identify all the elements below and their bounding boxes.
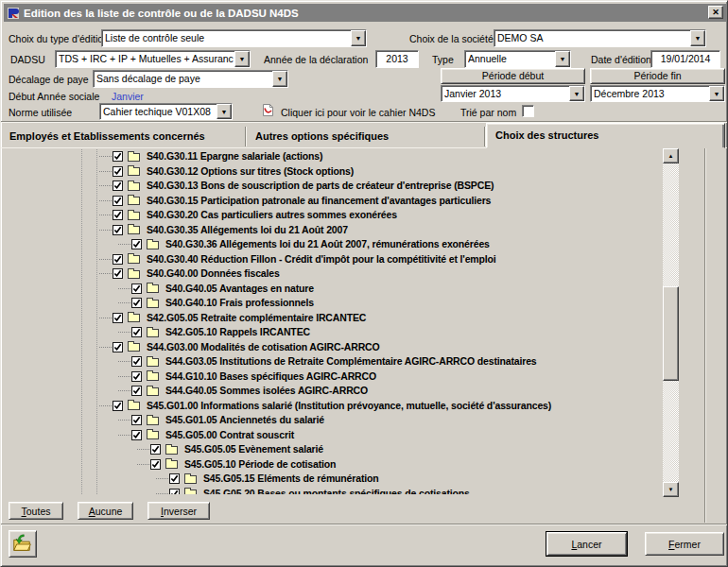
- tree-row-label[interactable]: S44.G10.10 Bases spécifiques AGIRC-ARRCO: [165, 370, 376, 382]
- tree-connector: [118, 435, 130, 436]
- norme-label: Norme utilisée: [9, 107, 72, 118]
- folder-icon: [128, 402, 140, 410]
- tree-checkbox[interactable]: [113, 166, 123, 177]
- folder-icon: [147, 387, 159, 396]
- tree-row-label[interactable]: S40.G40.00 Données fiscales: [147, 267, 280, 279]
- tree-row-label[interactable]: S45.G05.00 Contrat souscrit: [165, 429, 294, 440]
- pdf-icon[interactable]: [262, 103, 274, 117]
- tree-row: S45.G05.15 Eléments de rémunération: [3, 472, 663, 487]
- tree-checkbox[interactable]: [131, 327, 142, 337]
- chevron-down-icon[interactable]: ▼: [709, 86, 724, 101]
- tree-checkbox[interactable]: [169, 473, 180, 484]
- tree-connector: [99, 171, 112, 172]
- tree-row: S40.G40.10 Frais professionnels: [3, 296, 663, 311]
- tree-checkbox[interactable]: [131, 284, 142, 294]
- annee-declaration-field[interactable]: 2013: [375, 50, 419, 68]
- tree-connector: [118, 361, 130, 362]
- chevron-down-icon[interactable]: ▼: [234, 51, 250, 67]
- fermer-button[interactable]: Fermer: [645, 532, 724, 556]
- chevron-down-icon[interactable]: ▼: [569, 86, 584, 101]
- tree-row-label[interactable]: S40.G30.40 Réduction Fillon - Crédit d'i…: [147, 253, 496, 265]
- chevron-down-icon[interactable]: ▼: [351, 30, 366, 46]
- tree-checkbox[interactable]: [131, 371, 142, 382]
- tree-row-label[interactable]: S44.G03.05 Institutions de Retraite Comp…: [165, 355, 537, 367]
- type-edition-label: Choix du type d'édition: [9, 33, 109, 44]
- type-edition-combobox[interactable]: Liste de contrôle seule ▼: [101, 29, 367, 47]
- lancer-button[interactable]: Lancer: [546, 532, 627, 556]
- tree-row-label[interactable]: S40.G30.15 Participation patronale au fi…: [147, 195, 491, 206]
- tree-checkbox[interactable]: [113, 342, 123, 352]
- tree-connector: [137, 449, 149, 450]
- decalage-paye-combobox[interactable]: Sans décalage de paye ▼: [93, 70, 288, 88]
- tree-row-label[interactable]: S40.G30.35 Allégements loi du 21 Août 20…: [147, 224, 348, 235]
- tree-checkbox[interactable]: [113, 210, 123, 220]
- inverser-button[interactable]: Inverser: [147, 502, 210, 520]
- tree-checkbox[interactable]: [113, 180, 123, 191]
- tree-checkbox[interactable]: [113, 254, 123, 265]
- check-icon: [113, 402, 122, 410]
- societe-combobox[interactable]: DEMO SA ▼: [494, 29, 706, 47]
- tree-row-label[interactable]: S44.G03.00 Modalités de cotisation AGIRC…: [147, 341, 380, 352]
- periode-debut-button[interactable]: Période début: [441, 68, 585, 84]
- tree-row: S45.G05.10 Période de cotisation: [3, 457, 663, 472]
- periode-debut-combobox[interactable]: Janvier 2013 ▼: [441, 85, 585, 102]
- date-edition-field[interactable]: 19/01/2014: [650, 50, 720, 68]
- tree-checkbox[interactable]: [113, 151, 123, 162]
- check-icon: [113, 314, 122, 322]
- tree-row-label[interactable]: S45.G05.10 Période de cotisation: [184, 458, 336, 470]
- tree-row-label[interactable]: S45.G05.15 Eléments de rémunération: [203, 472, 379, 484]
- tree-row-label[interactable]: S45.G01.05 Anciennetés du salarié: [165, 414, 324, 425]
- tree-checkbox[interactable]: [150, 444, 161, 455]
- tree-row-label[interactable]: S40.G30.11 Epargne salariale (actions): [147, 150, 322, 162]
- dadsu-combobox[interactable]: TDS + IRC + IP + Mutuelles + Assuranc ▼: [55, 50, 251, 68]
- tree-checkbox[interactable]: [113, 196, 123, 206]
- tree-row-label[interactable]: S45.G05.20 Bases ou montants spécifiques…: [203, 488, 470, 495]
- tree-checkbox[interactable]: [131, 415, 142, 425]
- chevron-down-icon[interactable]: ▼: [217, 104, 232, 119]
- tri-par-nom-checkbox[interactable]: [522, 105, 534, 117]
- export-folder-button[interactable]: [9, 530, 37, 558]
- tree-row-label[interactable]: S40.G30.20 Cas particuliers autres somme…: [147, 209, 397, 220]
- tree-vertical-scrollbar[interactable]: ▲ ▼: [663, 148, 679, 497]
- aucune-button[interactable]: Aucune: [78, 502, 133, 520]
- tree-checkbox[interactable]: [113, 268, 123, 279]
- tree-connector: [99, 200, 112, 201]
- tree-row-label[interactable]: S40.G40.05 Avantages en nature: [165, 283, 314, 294]
- tree-row-label[interactable]: S45.G05.05 Evènement salarié: [184, 443, 323, 455]
- tree-checkbox[interactable]: [131, 430, 142, 440]
- tree-checkbox[interactable]: [131, 239, 142, 249]
- cahier-n4ds-link[interactable]: Cliquer ici pour voir le cahier N4DS: [281, 107, 435, 118]
- tree-checkbox[interactable]: [150, 459, 161, 470]
- chevron-down-icon[interactable]: ▼: [690, 30, 705, 46]
- tree-checkbox[interactable]: [113, 401, 123, 411]
- norme-combobox[interactable]: Cahier techique V01X08 ▼: [99, 103, 233, 120]
- tree-checkbox[interactable]: [131, 298, 142, 308]
- tree-row-label[interactable]: S40.G40.10 Frais professionnels: [165, 297, 314, 308]
- toutes-button[interactable]: Toutes: [9, 502, 63, 520]
- scroll-up-icon[interactable]: ▲: [663, 148, 679, 163]
- type-periode-combobox[interactable]: Annuelle ▼: [464, 50, 571, 68]
- tree-row-label[interactable]: S42.G05.10 Rappels IRCANTEC: [165, 326, 310, 337]
- close-icon[interactable]: ✕: [708, 6, 723, 19]
- scroll-down-icon[interactable]: ▼: [663, 482, 679, 497]
- tree-row-label[interactable]: S40.G30.12 Options sur titres (Stock opt…: [147, 165, 354, 177]
- tab[interactable]: Employés et Etablissements concernés: [1, 127, 246, 146]
- periode-fin-button[interactable]: Période fin: [590, 68, 725, 84]
- tree-checkbox[interactable]: [131, 356, 142, 367]
- chevron-down-icon[interactable]: ▼: [555, 51, 570, 67]
- tree-row-label[interactable]: S40.G30.36 Allégements loi du 21 Août 20…: [165, 238, 490, 249]
- scrollbar-thumb[interactable]: [663, 286, 679, 381]
- tab[interactable]: Autres options spécifiques: [247, 127, 485, 146]
- tree-row-label[interactable]: S40.G30.13 Bons de souscription de parts…: [147, 180, 494, 191]
- tree-checkbox[interactable]: [131, 386, 142, 396]
- chevron-down-icon[interactable]: ▼: [272, 71, 287, 87]
- tree-checkbox[interactable]: [169, 489, 180, 495]
- tree-row-label[interactable]: S44.G40.05 Sommes isolées AGIRC-ARRCO: [165, 385, 368, 396]
- periode-fin-combobox[interactable]: Décembre 2013 ▼: [590, 85, 725, 102]
- tree-row-label[interactable]: S42.G05.05 Retraite complémentaire IRCAN…: [147, 312, 366, 323]
- tab[interactable]: Choix des structures: [486, 123, 725, 148]
- tree-row-label[interactable]: S45.G01.00 Informations salarié (Institu…: [147, 400, 551, 411]
- tree-checkbox[interactable]: [113, 225, 123, 235]
- title-bar[interactable]: Edition des la liste de contrôle ou de l…: [4, 4, 726, 22]
- tree-checkbox[interactable]: [113, 313, 123, 323]
